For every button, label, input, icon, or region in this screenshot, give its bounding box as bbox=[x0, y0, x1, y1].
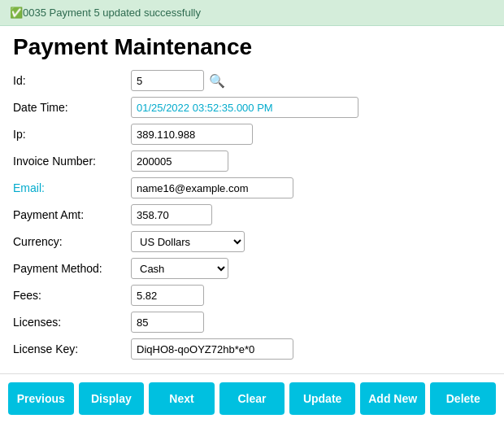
search-icon[interactable]: 🔍 bbox=[209, 73, 225, 89]
amt-label: Payment Amt: bbox=[13, 208, 131, 221]
method-select[interactable]: Cash Credit Card Check bbox=[131, 258, 228, 279]
invoice-row: Invoice Number: bbox=[13, 150, 491, 172]
method-row: Payment Method: Cash Credit Card Check bbox=[13, 258, 491, 279]
id-label: Id: bbox=[13, 74, 131, 87]
previous-button[interactable]: Previous bbox=[8, 382, 74, 415]
email-row: Email: bbox=[13, 177, 491, 198]
licensekey-row: License Key: bbox=[13, 338, 491, 360]
amt-input[interactable] bbox=[131, 204, 212, 225]
add-new-button[interactable]: Add New bbox=[360, 382, 426, 415]
ip-input[interactable] bbox=[131, 124, 253, 145]
currency-row: Currency: US Dollars Euro GBP bbox=[13, 231, 491, 252]
clear-button[interactable]: Clear bbox=[219, 382, 285, 415]
fees-row: Fees: bbox=[13, 285, 491, 306]
page-title: Payment Maintenance bbox=[13, 34, 491, 60]
licenses-label: Licenses: bbox=[13, 316, 131, 329]
invoice-label: Invoice Number: bbox=[13, 155, 131, 168]
email-input[interactable] bbox=[131, 177, 293, 198]
display-button[interactable]: Display bbox=[79, 382, 145, 415]
currency-select[interactable]: US Dollars Euro GBP bbox=[131, 231, 245, 252]
delete-button[interactable]: Delete bbox=[430, 382, 496, 415]
id-input[interactable] bbox=[131, 70, 204, 91]
amt-row: Payment Amt: bbox=[13, 204, 491, 225]
licensekey-input[interactable] bbox=[131, 338, 293, 360]
next-button[interactable]: Next bbox=[149, 382, 215, 415]
licenses-row: Licenses: bbox=[13, 312, 491, 333]
ip-label: Ip: bbox=[13, 128, 131, 141]
licensekey-label: License Key: bbox=[13, 342, 131, 355]
success-text: ✅0035 Payment 5 updated successfully bbox=[10, 7, 201, 19]
update-button[interactable]: Update bbox=[289, 382, 355, 415]
email-label: Email: bbox=[13, 181, 131, 194]
fees-label: Fees: bbox=[13, 289, 131, 302]
invoice-input[interactable] bbox=[131, 150, 228, 172]
fees-input[interactable] bbox=[131, 285, 204, 306]
licenses-input[interactable] bbox=[131, 312, 204, 333]
footer-bar: Previous Display Next Clear Update Add N… bbox=[0, 373, 504, 423]
currency-label: Currency: bbox=[13, 235, 131, 248]
id-row: Id: 🔍 bbox=[13, 70, 491, 91]
datetime-label: Date Time: bbox=[13, 101, 131, 114]
main-content: Payment Maintenance Id: 🔍 Date Time: Ip:… bbox=[0, 26, 504, 373]
success-banner: ✅0035 Payment 5 updated successfully bbox=[0, 0, 504, 26]
datetime-input[interactable] bbox=[131, 97, 358, 118]
ip-row: Ip: bbox=[13, 124, 491, 145]
method-label: Payment Method: bbox=[13, 262, 131, 275]
datetime-row: Date Time: bbox=[13, 97, 491, 118]
